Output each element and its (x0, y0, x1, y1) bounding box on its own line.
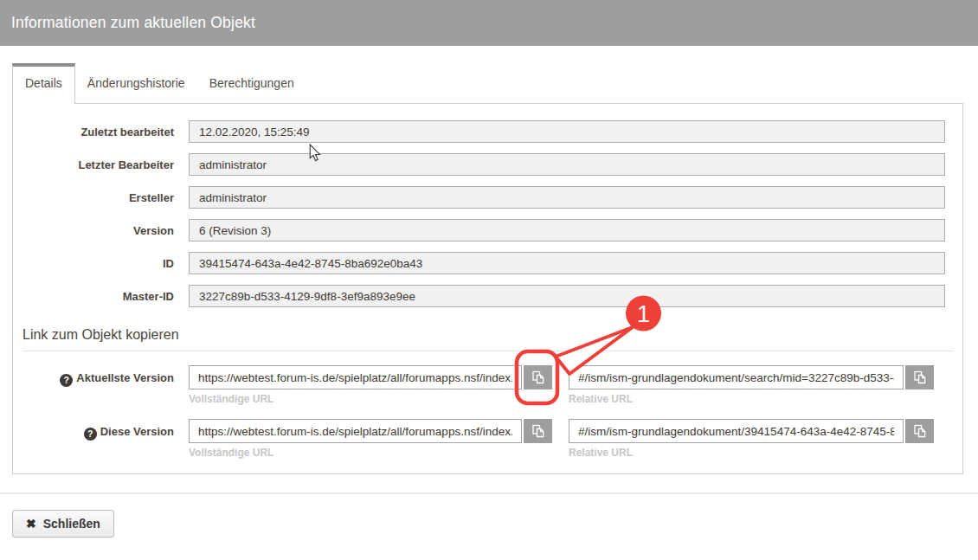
full-url-input[interactable] (189, 365, 522, 389)
url-row-label: Aktuellste Version (76, 371, 174, 384)
url-row-label-wrap: ?Aktuellste Version (13, 371, 174, 387)
relative-url-input[interactable] (569, 419, 904, 443)
help-icon[interactable]: ? (84, 428, 97, 441)
help-icon[interactable]: ? (60, 374, 73, 387)
copy-icon (531, 424, 545, 438)
details-panel: Zuletzt bearbeitet Letzter Bearbeiter Er… (12, 103, 963, 474)
url-row-aktuellste-version: ?Aktuellste Version Vollständige URL (13, 365, 962, 405)
field-label: Zuletzt bearbeitet (13, 126, 174, 138)
full-url-input[interactable] (189, 419, 522, 443)
tab-bar: Details Änderungshistorie Berechtigungen (12, 63, 963, 103)
relative-url-input[interactable] (569, 365, 904, 389)
ersteller-field[interactable] (189, 186, 945, 209)
link-section-heading: Link zum Objekt kopieren (23, 327, 954, 351)
id-field[interactable] (189, 252, 945, 274)
tab-details[interactable]: Details (12, 63, 75, 104)
close-button-label: Schließen (43, 517, 100, 531)
field-row-master-id: Master-ID (13, 285, 962, 307)
field-label: Letzter Bearbeiter (13, 158, 174, 171)
field-label: Master-ID (13, 290, 174, 303)
relative-url-group: Relative URL (569, 419, 934, 459)
field-row-ersteller: Ersteller (13, 186, 962, 209)
copy-icon (531, 370, 545, 384)
full-url-caption: Vollständige URL (189, 393, 552, 405)
copy-icon (913, 370, 927, 384)
close-button[interactable]: ✖ Schließen (12, 510, 114, 537)
copy-relative-url-button[interactable] (905, 419, 934, 443)
field-row-version: Version (13, 219, 962, 241)
full-url-group: Vollständige URL (189, 365, 552, 405)
field-label: ID (13, 257, 174, 270)
url-row-label-wrap: ?Diese Version (13, 425, 174, 441)
copy-full-url-button[interactable] (524, 365, 552, 389)
tab-aenderungshistorie[interactable]: Änderungshistorie (75, 63, 197, 103)
zuletzt-bearbeitet-field[interactable] (189, 120, 945, 143)
relative-url-caption: Relative URL (569, 393, 934, 405)
field-label: Ersteller (13, 191, 174, 204)
copy-full-url-button[interactable] (524, 419, 552, 443)
field-row-id: ID (13, 252, 962, 274)
relative-url-group: Relative URL (569, 365, 934, 405)
field-label: Version (13, 224, 174, 237)
close-icon: ✖ (26, 517, 36, 531)
url-row-diese-version: ?Diese Version Vollständige URL (13, 419, 962, 459)
copy-relative-url-button[interactable] (905, 365, 934, 389)
dialog-titlebar: Informationen zum aktuellen Objekt (0, 0, 978, 46)
url-row-label: Diese Version (100, 425, 174, 438)
letzter-bearbeiter-field[interactable] (189, 153, 945, 176)
version-field[interactable] (189, 219, 945, 241)
field-row-zuletzt-bearbeitet: Zuletzt bearbeitet (13, 120, 962, 143)
dialog-title: Informationen zum aktuellen Objekt (11, 14, 255, 32)
footer-divider (0, 492, 978, 494)
full-url-caption: Vollständige URL (189, 447, 552, 459)
tab-berechtigungen[interactable]: Berechtigungen (197, 63, 306, 103)
full-url-group: Vollständige URL (189, 419, 552, 459)
master-id-field[interactable] (189, 285, 945, 307)
field-row-letzter-bearbeiter: Letzter Bearbeiter (13, 153, 962, 176)
relative-url-caption: Relative URL (569, 447, 934, 459)
copy-icon (913, 424, 927, 438)
